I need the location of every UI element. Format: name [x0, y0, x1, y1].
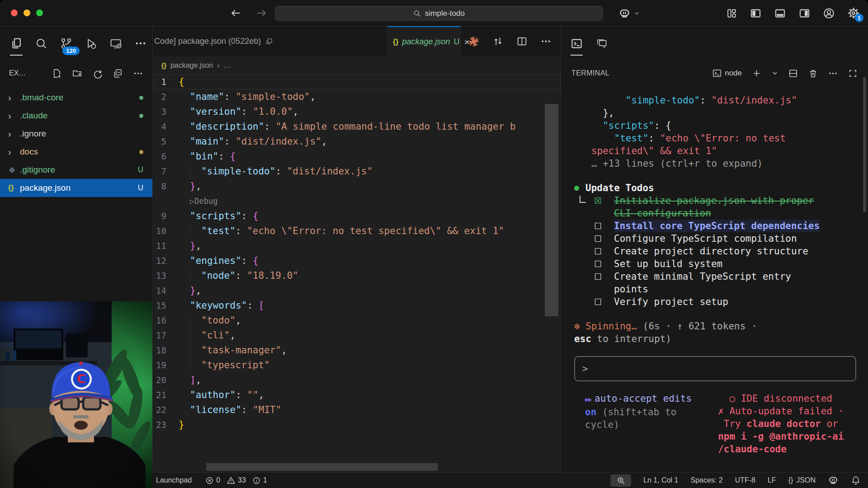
terminal-scrollbar[interactable] — [863, 77, 866, 212]
customize-layout-icon[interactable] — [726, 8, 737, 19]
editor-vertical-scrollbar[interactable] — [545, 104, 558, 316]
accounts-icon[interactable] — [823, 7, 835, 19]
back-button[interactable] — [228, 5, 244, 21]
spinner-status: ✻ Spinning… (6s · ↑ 621 tokens · esc to … — [574, 320, 856, 345]
notifications-bell-icon[interactable] — [851, 475, 861, 485]
tab-package-json-active[interactable]: {} package.json U × — [387, 26, 461, 56]
token: , — [196, 285, 202, 296]
terminal-view-icon[interactable] — [571, 38, 583, 50]
toggle-panel-icon[interactable] — [774, 7, 786, 19]
forward-button[interactable] — [254, 5, 269, 21]
tab-claude-code-diff[interactable]: Code] package.json (0522eb) — [153, 26, 387, 56]
explorer-activity-icon[interactable] — [10, 37, 23, 50]
cursor-position-item[interactable]: Ln 1, Col 1 — [643, 476, 678, 484]
file-row-package-json[interactable]: {}package.jsonU — [0, 179, 152, 197]
source-control-activity-icon[interactable]: 120 — [60, 37, 72, 50]
checkbox-checked-icon: ☒ — [594, 194, 614, 220]
terminal-dropdown-icon[interactable] — [771, 70, 778, 77]
shell-selector[interactable]: node — [712, 68, 742, 78]
token: "keywords" — [190, 300, 247, 311]
problems-item[interactable]: 0 33 1 — [205, 476, 271, 485]
webcam-overlay: C — [0, 301, 152, 488]
token: "cli" — [201, 330, 230, 341]
kill-terminal-icon[interactable] — [808, 68, 818, 79]
footer-token: or — [821, 418, 838, 429]
line-content: "name": "simple-todo", — [179, 89, 561, 104]
eol-item[interactable]: LF — [768, 476, 776, 484]
file-row-ignore[interactable]: ›.ignore — [0, 125, 152, 143]
search-value: simple-todo — [425, 9, 465, 18]
command-center-search[interactable]: simple-todo — [275, 6, 603, 21]
token: "MIT" — [253, 404, 281, 415]
info-icon — [252, 476, 261, 485]
settings-gear-icon[interactable]: 1 — [847, 7, 860, 19]
codelens-debug[interactable]: ▷Debug — [179, 194, 217, 209]
code-line-3: 3"version": "1.0.0", — [153, 104, 561, 119]
terminal-token: specified\" && exit 1" — [574, 145, 717, 156]
file-row-claude[interactable]: ›.claude — [0, 107, 152, 125]
token: { — [179, 76, 184, 87]
new-terminal-icon[interactable] — [751, 68, 762, 79]
run-debug-activity-icon[interactable] — [85, 37, 97, 50]
spinner-icon: ✻ — [574, 321, 580, 332]
terminal-more-actions-icon[interactable] — [828, 68, 838, 79]
open-changes-icon[interactable] — [492, 36, 504, 47]
terminal-token: : { — [654, 120, 671, 131]
launchpad-item[interactable]: Launchpad — [156, 476, 192, 484]
token: : — [247, 300, 258, 311]
footer-token: Try — [718, 418, 746, 429]
close-window-button[interactable] — [11, 9, 18, 16]
split-editor-icon[interactable] — [516, 36, 528, 47]
file-row-gitignore[interactable]: .gitignoreU — [0, 161, 152, 179]
file-row-docs[interactable]: ›docs — [0, 143, 152, 161]
breadcrumb[interactable]: {} package.json › … — [153, 56, 561, 75]
remote-explorer-activity-icon[interactable] — [109, 37, 122, 50]
claude-input-box[interactable]: > — [574, 356, 856, 381]
comments-view-icon[interactable] — [595, 38, 608, 50]
line-content: } — [179, 418, 561, 432]
copilot-icon[interactable] — [618, 7, 631, 19]
minimize-window-button[interactable] — [24, 9, 30, 16]
terminal-line: }, — [574, 107, 856, 119]
toggle-secondary-sidebar-icon[interactable] — [798, 7, 811, 19]
footer-token: (shift+tab to — [596, 407, 676, 418]
token: : — [236, 225, 247, 236]
toggle-primary-sidebar-icon[interactable] — [750, 7, 762, 19]
editor-more-actions-icon[interactable] — [540, 36, 552, 47]
explorer-more-actions-icon[interactable] — [133, 68, 143, 79]
token: "test" — [201, 225, 236, 236]
copilot-status-icon[interactable] — [828, 475, 839, 486]
tab-filename: package.json — [402, 37, 450, 47]
spinner-suffix: to interrupt) — [591, 333, 671, 344]
line-content: "node": "18.19.0" — [179, 268, 561, 283]
breadcrumb-symbol[interactable]: … — [224, 61, 231, 70]
encoding-item[interactable]: UTF-8 — [735, 476, 755, 484]
maximize-window-button[interactable] — [36, 9, 43, 16]
refresh-icon[interactable] — [92, 68, 103, 79]
editor-horizontal-scrollbar[interactable] — [206, 463, 438, 471]
zoom-status-button[interactable] — [610, 474, 631, 487]
claude-code-icon[interactable] — [468, 36, 480, 47]
split-terminal-icon[interactable] — [788, 68, 798, 79]
terminal-output[interactable]: "simple-todo": "dist/index.js" }, "scrip… — [574, 86, 856, 472]
more-views-icon[interactable] — [134, 37, 147, 50]
chevron-down-icon[interactable] — [633, 10, 640, 17]
breadcrumb-file[interactable]: package.json — [170, 61, 213, 70]
token: , — [196, 181, 202, 192]
search-activity-icon[interactable] — [35, 37, 47, 50]
git-status-dot — [139, 150, 143, 154]
editor-group[interactable]: Code] package.json (0522eb) {} package.j… — [153, 26, 561, 472]
new-folder-icon[interactable] — [72, 68, 82, 79]
new-file-icon[interactable] — [52, 68, 62, 79]
file-row-bmad-core[interactable]: ›.bmad-core — [0, 89, 152, 107]
folder-chevron-icon: › — [8, 111, 20, 121]
code-editor[interactable]: 1{2"name": "simple-todo",3"version": "1.… — [153, 75, 561, 461]
todo-text: Create minimal TypeScript entry points — [614, 270, 826, 296]
token: : — [264, 121, 275, 132]
collapse-folders-icon[interactable] — [113, 68, 123, 79]
open-file-icon[interactable] — [265, 38, 273, 45]
indentation-item[interactable]: Spaces: 2 — [690, 476, 722, 484]
maximize-panel-icon[interactable] — [848, 68, 858, 79]
language-mode-item[interactable]: {} JSON — [788, 476, 816, 484]
token: : — [224, 91, 236, 102]
